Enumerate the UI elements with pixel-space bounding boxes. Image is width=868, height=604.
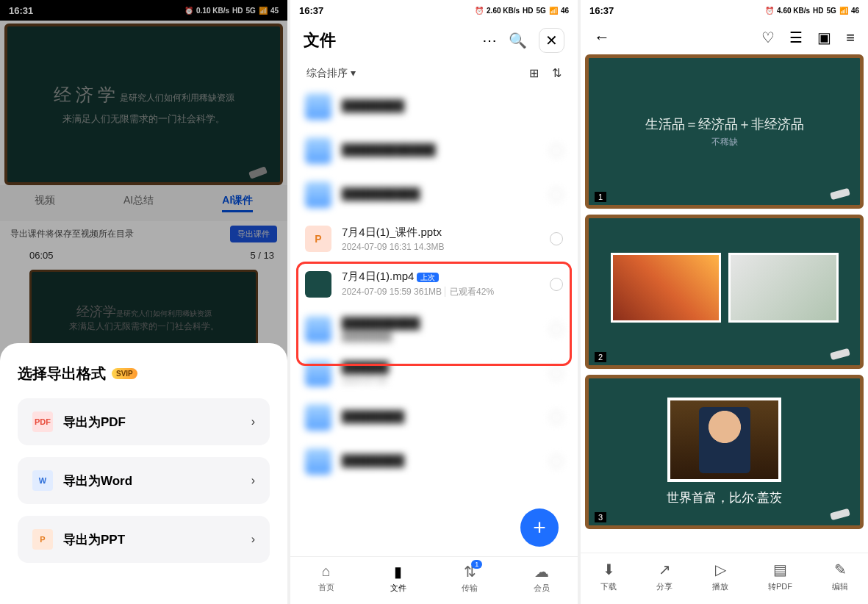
status-bar: 16:37 ⏰4.60 KB/sHD5G📶46 [581, 0, 868, 21]
word-icon: W [32, 470, 53, 491]
transfer-badge: 1 [471, 560, 482, 569]
last-badge: 上次 [417, 273, 439, 282]
progress-count: 5 / 13 [250, 250, 274, 261]
nav-transfer[interactable]: ⇅传输1 [462, 563, 478, 594]
pptx-icon: P [305, 226, 331, 252]
menu-icon[interactable]: ≡ [846, 29, 855, 46]
bottom-toolbar: ⬇下载 ↗分享 ▷播放 ▤转PDF ✎编辑 [581, 553, 868, 604]
file-meta: 2024-07-09 15:59 361MB已观看42% [342, 286, 539, 298]
status-time: 16:31 [9, 5, 33, 16]
back-arrow-icon[interactable]: ← [594, 28, 610, 47]
bottom-nav: ⌂首页 ▮文件 ⇅传输1 ☁会员 [290, 556, 578, 604]
cast-icon[interactable]: ▣ [817, 29, 831, 46]
chevron-right-icon: › [251, 533, 255, 546]
ppt-icon: P [32, 529, 53, 550]
file-row[interactable]: ████████ [290, 85, 578, 129]
more-icon[interactable]: ⋯ [482, 32, 497, 49]
to-pdf-button[interactable]: ▤转PDF [768, 561, 792, 592]
page-title: 文件 [304, 29, 336, 51]
chevron-right-icon: › [251, 415, 255, 428]
file-row[interactable]: ██████████ [290, 173, 578, 217]
file-meta: 2024-07-09 16:31 14.3MB [342, 242, 539, 252]
chalk-icon [830, 188, 850, 200]
file-row[interactable]: ████████ [290, 439, 578, 483]
export-pdf-option[interactable]: PDF 导出为PDF › [18, 398, 270, 445]
grid-view-icon[interactable]: ⊞ [529, 66, 539, 80]
nav-home[interactable]: ⌂首页 [318, 563, 334, 594]
slide-number: 2 [595, 352, 606, 362]
edit-icon: ✎ [834, 561, 847, 578]
status-indicators: ⏰ 0.10 KB/s HD 5G 📶 45 [184, 7, 279, 15]
play-button[interactable]: ▷播放 [712, 561, 728, 592]
filename: 7月4日(1)_课件.pptx [342, 226, 539, 240]
chevron-right-icon: › [251, 474, 255, 487]
status-indicators: ⏰2.60 KB/sHD5G📶46 [475, 7, 569, 15]
slide-number: 1 [595, 192, 606, 202]
edit-button[interactable]: ✎编辑 [832, 561, 848, 592]
close-icon[interactable]: ✕ [539, 28, 564, 53]
slide-3[interactable]: 世界首富，比尔·盖茨 3 [585, 375, 864, 529]
filename: 7月4日(1).mp4上次 [342, 270, 539, 284]
export-word-option[interactable]: W 导出为Word › [18, 457, 270, 504]
video-blackboard: 经济学是研究人们如何利用稀缺资源 来满足人们无限需求的一门社会科学。 [4, 24, 283, 185]
radio-select[interactable] [550, 278, 563, 291]
export-ppt-option[interactable]: P 导出为PPT › [18, 516, 270, 563]
tab-video[interactable]: 视频 [35, 194, 55, 212]
person-photo [667, 398, 781, 482]
export-notice: 导出课件将保存至视频所在目录 [10, 228, 134, 240]
radio-select[interactable] [550, 232, 563, 245]
market-photo [611, 253, 721, 323]
slide-2[interactable]: 2 [585, 215, 864, 369]
video-thumbnail-icon [305, 271, 331, 298]
status-bar: 16:37 ⏰2.60 KB/sHD5G📶46 [290, 0, 578, 21]
slide-1[interactable]: 生活品＝经济品＋非经济品 不稀缺 1 [585, 54, 864, 209]
play-icon: ▷ [715, 561, 726, 578]
sheet-title: 选择导出格式 [18, 364, 106, 384]
slide-number: 3 [595, 512, 606, 522]
tabs: 视频 AI总结 AI课件 [0, 185, 287, 221]
cloud-icon: ☁ [534, 563, 549, 580]
search-icon[interactable]: 🔍 [509, 32, 527, 49]
share-button[interactable]: ↗分享 [656, 561, 672, 592]
file-list: ████████ ████████████ ██████████ P 7月4日(… [290, 85, 578, 556]
tab-courseware[interactable]: AI课件 [222, 194, 253, 212]
tab-summary[interactable]: AI总结 [123, 194, 154, 212]
pdf-icon: PDF [32, 411, 53, 432]
status-bar: 16:31 ⏰ 0.10 KB/s HD 5G 📶 45 [0, 0, 287, 21]
home-icon: ⌂ [322, 563, 331, 580]
export-courseware-button[interactable]: 导出课件 [230, 226, 277, 242]
nav-member[interactable]: ☁会员 [534, 563, 550, 594]
list-icon[interactable]: ☰ [789, 29, 803, 46]
share-icon: ↗ [659, 561, 671, 578]
file-row[interactable]: ██████████████████ [290, 307, 578, 351]
file-row-pptx[interactable]: P 7月4日(1)_课件.pptx 2024-07-09 16:31 14.3M… [290, 217, 578, 261]
chalk-icon [248, 166, 268, 179]
export-format-sheet: 选择导出格式 SVIP PDF 导出为PDF › W 导出为Word › P 导… [0, 343, 287, 604]
file-row[interactable]: ████████████ [290, 129, 578, 173]
svip-badge: SVIP [112, 368, 137, 379]
nav-files[interactable]: ▮文件 [390, 563, 406, 594]
download-icon: ⬇ [603, 561, 615, 578]
status-time: 16:37 [299, 5, 323, 16]
status-time: 16:37 [589, 5, 614, 16]
add-fab-button[interactable]: + [520, 508, 559, 547]
folder-icon: ▮ [394, 563, 402, 580]
filter-icon[interactable]: ⇅ [552, 66, 562, 80]
file-row-mp4[interactable]: 7月4日(1).mp4上次 2024-07-09 15:59 361MB已观看4… [290, 261, 578, 307]
download-button[interactable]: ⬇下载 [600, 561, 617, 592]
heart-icon[interactable]: ♡ [761, 29, 775, 46]
file-row[interactable]: ████████ [290, 395, 578, 439]
chalk-icon [830, 348, 850, 360]
chalk-icon [830, 508, 850, 520]
status-indicators: ⏰4.60 KB/sHD5G📶46 [765, 7, 859, 15]
sort-dropdown[interactable]: 综合排序 ▾ [306, 67, 356, 80]
pdf-icon: ▤ [773, 561, 787, 578]
file-row[interactable]: ██████2024-07-04 [290, 351, 578, 395]
items-photo [728, 253, 839, 323]
progress-time: 06:05 [29, 250, 54, 261]
